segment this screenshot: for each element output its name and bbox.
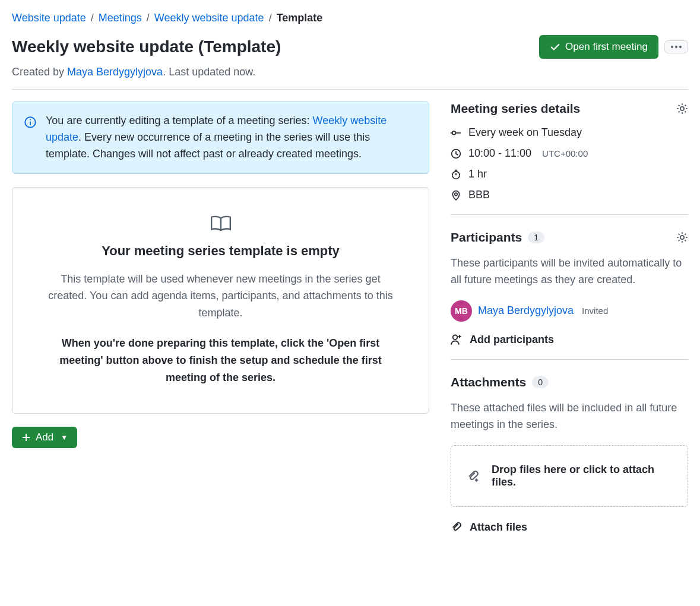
empty-template-panel: Your meeting series template is empty Th… <box>12 187 429 414</box>
attachments-title: Attachments <box>451 375 526 389</box>
duration-text: 1 hr <box>468 168 487 180</box>
check-icon <box>550 42 560 52</box>
svg-point-18 <box>455 193 458 196</box>
participants-section: Participants 1 These participants will b… <box>451 230 688 360</box>
participants-count: 1 <box>528 231 544 243</box>
attach-plus-icon <box>467 469 480 483</box>
add-participants-button[interactable]: Add participants <box>451 334 688 346</box>
svg-point-20 <box>453 335 458 340</box>
breadcrumb-current: Template <box>277 12 323 24</box>
attachments-count: 0 <box>532 376 549 388</box>
avatar: MB <box>451 300 472 322</box>
svg-point-5 <box>30 119 31 120</box>
attachments-dropzone[interactable]: Drop files here or click to attach files… <box>451 445 688 507</box>
plus-icon <box>21 433 31 442</box>
svg-point-1 <box>675 46 677 48</box>
dots-icon <box>671 46 682 48</box>
participants-description: These participants will be invited autom… <box>451 255 688 288</box>
info-alert: You are currently editing a template of … <box>12 101 429 174</box>
svg-point-9 <box>680 107 684 110</box>
alert-text-before: You are currently editing a template of … <box>46 115 313 126</box>
detail-duration: 1 hr <box>451 168 688 180</box>
recurrence-icon <box>451 126 461 139</box>
gear-icon <box>676 231 688 243</box>
detail-time: 10:00 - 11:00 UTC+00:00 <box>451 147 688 160</box>
info-icon <box>24 114 36 163</box>
participants-settings-button[interactable] <box>676 231 688 243</box>
updated-suffix: . Last updated now. <box>163 66 255 78</box>
page-title: Weekly website update (Template) <box>12 37 281 56</box>
breadcrumb-separator: / <box>269 12 272 24</box>
add-participants-label: Add participants <box>470 334 554 346</box>
detail-location: BBB <box>451 189 688 201</box>
details-title: Meeting series details <box>451 101 580 116</box>
svg-point-10 <box>452 131 456 135</box>
participant-name-link[interactable]: Maya Berdygylyjova <box>478 304 574 317</box>
alert-text: You are currently editing a template of … <box>46 113 417 163</box>
add-button-label: Add <box>36 432 53 443</box>
open-first-meeting-label: Open first meeting <box>565 41 648 53</box>
breadcrumb-separator: / <box>91 12 94 24</box>
timezone-text: UTC+00:00 <box>542 148 588 158</box>
location-icon <box>451 189 461 201</box>
divider <box>12 89 688 90</box>
breadcrumb: Website update / Meetings / Weekly websi… <box>12 12 688 24</box>
details-settings-button[interactable] <box>676 103 688 115</box>
paperclip-icon <box>451 521 463 533</box>
empty-instruction: When you're done preparing this template… <box>42 335 399 386</box>
breadcrumb-link-series[interactable]: Weekly website update <box>154 12 264 24</box>
detail-recurrence: Every week on Tuesday <box>451 126 688 139</box>
more-actions-button[interactable] <box>664 40 688 53</box>
page-header: Weekly website update (Template) Open fi… <box>12 35 688 59</box>
recurrence-text: Every week on Tuesday <box>468 126 582 139</box>
created-by-prefix: Created by <box>12 66 67 78</box>
time-text: 10:00 - 11:00 <box>468 147 531 160</box>
stopwatch-icon <box>451 168 461 180</box>
open-first-meeting-button[interactable]: Open first meeting <box>539 35 658 59</box>
gear-icon <box>676 103 688 115</box>
svg-point-0 <box>671 46 673 48</box>
participant-row: MB Maya Berdygylyjova Invited <box>451 300 688 322</box>
breadcrumb-link-meetings[interactable]: Meetings <box>99 12 142 24</box>
dropzone-text: Drop files here or click to attach files… <box>492 464 672 488</box>
location-text: BBB <box>468 189 490 201</box>
svg-point-19 <box>680 236 684 239</box>
clock-icon <box>451 147 461 160</box>
add-button[interactable]: Add ▼ <box>12 427 77 448</box>
book-icon <box>42 215 399 233</box>
participants-title: Participants <box>451 230 522 245</box>
author-link[interactable]: Maya Berdygylyjova <box>67 66 163 78</box>
attachments-section: Attachments 0 These attached files will … <box>451 375 688 547</box>
breadcrumb-link-root[interactable]: Website update <box>12 12 86 24</box>
empty-title: Your meeting series template is empty <box>42 243 399 259</box>
attach-files-button[interactable]: Attach files <box>451 521 688 534</box>
attachments-description: These attached files will be included in… <box>451 400 688 433</box>
meeting-details-section: Meeting series details Every week on Tue… <box>451 101 688 215</box>
header-actions: Open first meeting <box>539 35 688 59</box>
add-person-icon <box>451 334 463 345</box>
attach-files-label: Attach files <box>470 521 527 534</box>
caret-down-icon: ▼ <box>61 433 68 442</box>
svg-point-2 <box>679 46 682 48</box>
meta-line: Created by Maya Berdygylyjova. Last upda… <box>12 66 688 78</box>
alert-text-after: . Every new occurrence of a meeting in t… <box>46 131 370 160</box>
participant-status: Invited <box>582 306 608 316</box>
empty-description: This template will be used whenever new … <box>42 271 399 322</box>
breadcrumb-separator: / <box>147 12 150 24</box>
